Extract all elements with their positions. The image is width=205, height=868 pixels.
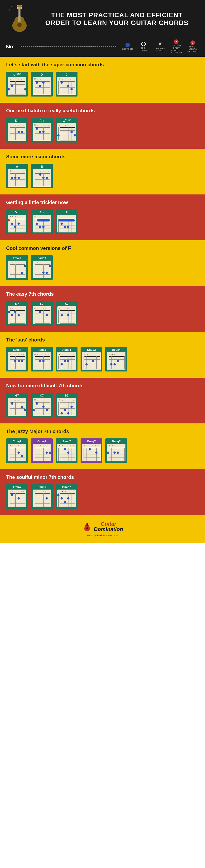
footer-logo-line1: Guitar (94, 521, 123, 527)
section-title-soulful-min7: The soulful minor 7th chords (4, 474, 201, 480)
section-major: Some more major chords A ✕ ○ ○ (0, 149, 205, 194)
section-sus: The 'sus' chords Esus4 ○ ○ ○ ○ ○ (0, 332, 205, 378)
section-f-versions: Cool common versions of F Fmaj7 ○ ○ ○ (0, 240, 205, 286)
fret-note-symbol: 1 (191, 40, 195, 45)
chords-row-jazzy-maj7: Cmaj7 ✕ ○ ○ ○ (4, 438, 201, 463)
section-easy-7th: The easy 7th chords D7 ✕ ✕ ○ (0, 286, 205, 332)
svg-text:♪: ♪ (9, 8, 11, 12)
chord-dsus4: Dsus4 ✕ ✕ ○ (105, 347, 127, 371)
key-label: KEY: (6, 44, 15, 49)
svg-text:1: 1 (192, 42, 193, 44)
chord-dm: Dm ✕ ✕ ○ (6, 210, 28, 234)
chord-am: Am ✕ ○ ○ ○ ○ (31, 118, 53, 143)
chord-amaj7: Amaj7 ✕ ○ ○ ○ (56, 438, 77, 463)
back-finger-symbol (174, 39, 178, 44)
chords-row-diff-7th: G7 ○ ○ ○ ○ (4, 393, 201, 417)
chord-a: A ✕ ○ ○ (6, 164, 28, 188)
chord-b7: B7 ✕ ○ ○ ○ (56, 393, 77, 417)
section-title-useful: Our next batch of really useful chords (4, 108, 201, 114)
footer-logo: Guitar Domination www.guitardomination.n… (6, 521, 199, 537)
section-title-tricky: Getting a little trickier now (4, 199, 201, 205)
chord-emaj7: Emaj7 ○ ○ ○ ○ ○ (80, 438, 102, 463)
chord-g-rock: G"rock" ○ ○ ○ (56, 118, 77, 143)
chord-bm: Bm ✕ (31, 210, 53, 234)
chord-gmaj7: Gmaj7 ○ ○ ○ ○ (31, 438, 53, 463)
guitar-illustration: ♪ ♫ (6, 4, 35, 34)
chords-row-super-common: G"folk" ○ ○ ○ (4, 72, 201, 96)
section-title-diff-7th: Now for more difficult 7th chords (4, 383, 201, 389)
svg-rect-25 (87, 523, 88, 526)
svg-point-10 (21, 7, 22, 8)
chords-row-useful: Em ○ ○ ○ ○ ○ (4, 118, 201, 143)
key-unplayed: ✕ UNPLAYED STRING (154, 41, 166, 52)
section-useful: Our next batch of really useful chords E… (0, 103, 205, 149)
chords-row-major: A ✕ ○ ○ (4, 164, 201, 188)
header-title: THE MOST PRACTICAL AND EFFICIENT ORDER T… (35, 11, 199, 27)
header-section: ♪ ♫ THE MOST PRACTICAL AND EFFICIENT ORD… (0, 0, 205, 38)
chord-e7: E7 ○ ○ ○ ○ ○ (31, 301, 53, 326)
key-fret-note: 1 FINGER USED TO FRET NOTE (186, 40, 199, 52)
footer-guitar-icon (82, 521, 92, 532)
svg-text:♫: ♫ (10, 5, 12, 8)
chord-dmin7: Dmin7 ✕ ✕ ○ (56, 484, 77, 509)
chord-g-folk: G"folk" ○ ○ ○ (6, 72, 28, 96)
chord-f: F (56, 210, 77, 234)
chord-dsus2: Dsus2 ✕ ✕ ○ ○ (80, 347, 102, 371)
svg-point-7 (17, 7, 18, 8)
svg-point-6 (17, 5, 18, 6)
section-jazzy-maj7: The jazzy Major 7th chords Cmaj7 ✕ ○ ○ ○ (0, 424, 205, 469)
footer-url: www.guitardomination.net (87, 534, 118, 537)
chord-esus4: Esus4 ○ ○ ○ ○ ○ (6, 347, 28, 371)
chords-row-tricky: Dm ✕ ✕ ○ (4, 210, 201, 234)
chord-asus4: Asus4 ✕ ○ ○ (56, 347, 77, 371)
chord-dmaj7: Dmaj7 ✕ ✕ ○ (105, 438, 127, 463)
section-title-easy-7th: The easy 7th chords (4, 291, 201, 297)
chord-e: E ○ ○ ○ ○ ○ (31, 164, 53, 188)
svg-point-26 (86, 527, 88, 529)
chords-row-easy-7th: D7 ✕ ✕ ○ (4, 301, 201, 326)
section-diff-7th: Now for more difficult 7th chords G7 ○ ○… (0, 378, 205, 424)
svg-point-11 (21, 8, 22, 9)
key-open-string: OPEN STRING (137, 42, 150, 52)
root-note-symbol (126, 43, 130, 47)
key-root-note: ROOT NOTE (123, 43, 133, 50)
chord-em: Em ○ ○ ○ ○ ○ (6, 118, 28, 143)
section-title-sus: The 'sus' chords (4, 337, 201, 343)
unplayed-symbol: ✕ (158, 41, 162, 46)
chord-c: C ✕ ○ ○ ○ (56, 72, 77, 96)
svg-point-9 (21, 5, 22, 6)
footer: Guitar Domination www.guitardomination.n… (0, 515, 205, 543)
key-section: KEY: ROOT NOTE OPEN STRING ✕ UNPLAYED ST… (0, 38, 205, 57)
key-back-finger: USE BACK OF 1ST FINGER TO KILL STRING (170, 39, 182, 54)
chords-row-f-versions: Fmaj7 ○ ○ ○ (4, 255, 201, 280)
chord-amin7: Amin7 ✕ ○ ○ ○ ○ (6, 484, 28, 509)
chords-row-sus: Esus4 ○ ○ ○ ○ ○ (4, 347, 201, 371)
section-tricky: Getting a little trickier now Dm ✕ ✕ ○ (0, 194, 205, 240)
dashed-divider (21, 46, 116, 47)
section-title-major: Some more major chords (4, 154, 201, 160)
chord-cmaj7: Cmaj7 ✕ ○ ○ ○ (6, 438, 28, 463)
chords-row-soulful-min7: Amin7 ✕ ○ ○ ○ ○ (4, 484, 201, 509)
chord-asus2: Asus2 ✕ ○ ○ ○ (31, 347, 53, 371)
chord-fmaj7: Fmaj7 ○ ○ ○ (6, 255, 28, 280)
section-soulful-min7: The soulful minor 7th chords Amin7 ✕ ○ ○… (0, 469, 205, 515)
svg-point-3 (18, 23, 22, 27)
section-title-super-common: Let's start with the super common chords (4, 62, 201, 67)
chord-c7: C7 ✕ ○ ○ ○ (31, 393, 53, 417)
section-super-common: Let's start with the super common chords… (0, 57, 205, 103)
chord-a7: A7 ✕ ○ ○ ○ (56, 301, 77, 326)
section-title-f-versions: Cool common versions of F (4, 245, 201, 251)
footer-logo-line2: Domination (94, 527, 123, 532)
svg-rect-4 (19, 8, 21, 21)
svg-point-8 (17, 8, 18, 9)
chord-d7: D7 ✕ ✕ ○ (6, 301, 28, 326)
chord-emin7: Emin7 ○ ○ ○ ○ ○ (31, 484, 53, 509)
section-title-jazzy-maj7: The jazzy Major 7th chords (4, 429, 201, 434)
chord-g7: G7 ○ ○ ○ ○ (6, 393, 28, 417)
open-string-symbol (141, 42, 146, 46)
chord-fadd9: Fadd9 ○ ○ (31, 255, 53, 280)
chord-d: D ✕ ✕ ○ (31, 72, 53, 96)
svg-rect-5 (18, 5, 21, 9)
